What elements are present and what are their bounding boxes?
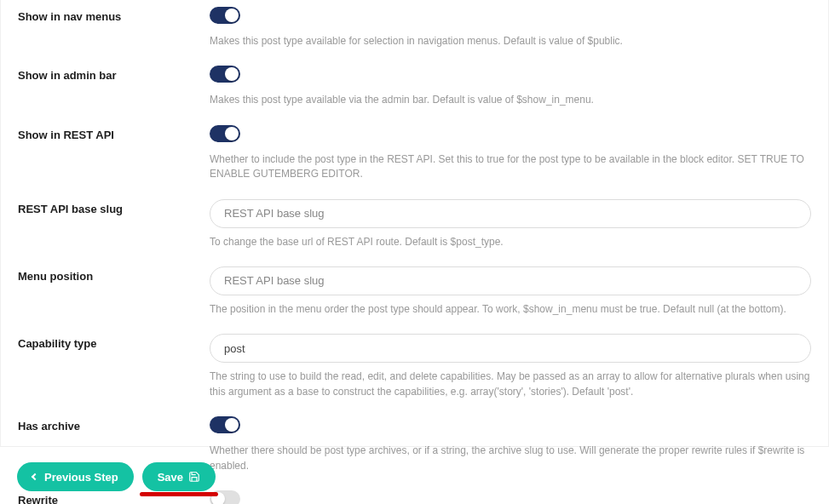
previous-step-label: Previous Step [44,471,118,484]
label-rewrite: Rewrite [18,494,58,504]
label-menu-position: Menu position [18,270,93,283]
desc-show-in-rest: Whether to include the post type in the … [210,152,811,182]
chevron-left-icon [32,473,38,480]
label-show-in-admin-bar: Show in admin bar [18,69,117,82]
save-label: Save [158,471,183,484]
input-rest-base[interactable] [210,199,811,228]
label-rest-base: REST API base slug [18,203,123,215]
save-icon [188,471,200,483]
desc-show-in-admin-bar: Makes this post type available via the a… [210,93,811,107]
input-menu-position[interactable] [210,266,811,295]
label-has-archive: Has archive [18,420,80,432]
label-show-in-nav-menus: Show in nav menus [18,10,121,23]
desc-show-in-nav-menus: Makes this post type available for selec… [210,34,811,49]
annotation-underline [140,492,218,496]
toggle-show-in-rest[interactable] [210,125,240,142]
label-capability-type: Capability type [18,337,96,350]
desc-rest-base: To change the base url of REST API route… [210,235,811,249]
input-capability-type[interactable] [210,334,811,363]
toggle-show-in-admin-bar[interactable] [210,66,240,83]
toggle-has-archive[interactable] [210,416,240,433]
label-show-in-rest: Show in REST API [18,129,114,141]
save-button[interactable]: Save [142,462,216,491]
previous-step-button[interactable]: Previous Step [17,462,134,491]
desc-has-archive: Whether there should be post type archiv… [210,444,811,473]
desc-menu-position: The position in the menu order the post … [210,302,811,317]
desc-capability-type: The string to use to build the read, edi… [210,369,811,399]
toggle-show-in-nav-menus[interactable] [210,7,240,24]
